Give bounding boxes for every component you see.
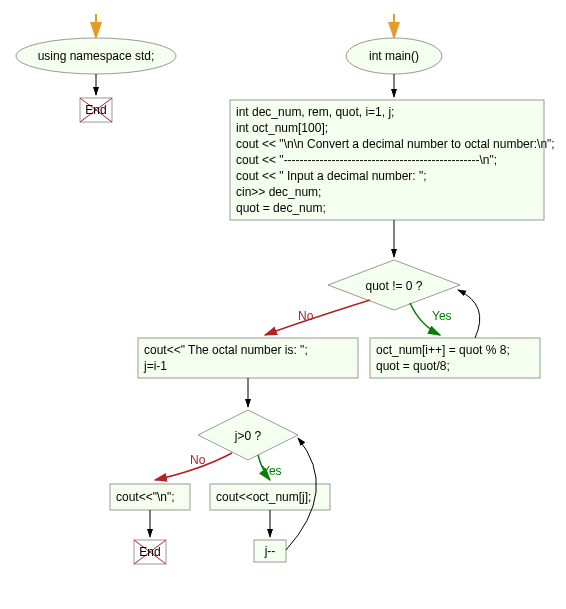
block1-l6: quot = dec_num; — [236, 201, 326, 215]
block1-l1: int oct_num[100]; — [236, 121, 328, 135]
arrow-yes1-loop — [458, 290, 480, 338]
block-yes1-l0: oct_num[i++] = quot % 8; — [376, 343, 510, 357]
decision1-text: quot != 0 ? — [365, 279, 422, 293]
end2-text: End — [139, 545, 160, 559]
jdec-text: j-- — [264, 544, 276, 558]
block-yes1-l1: quot = quot/8; — [376, 359, 450, 373]
block-yes2-text: cout<<oct_num[j]; — [216, 490, 311, 504]
block-no2-text: cout<<"\n"; — [116, 490, 175, 504]
end1-text: End — [85, 103, 106, 117]
block-no1-l1: j=i-1 — [143, 359, 167, 373]
arrow-dec1-no — [265, 300, 370, 335]
block1-l3: cout << "-------------------------------… — [236, 153, 497, 167]
block1-l4: cout << " Input a decimal number: "; — [236, 169, 427, 183]
block1-l0: int dec_num, rem, quot, i=1, j; — [236, 105, 394, 119]
decision2-text: j>0 ? — [234, 429, 262, 443]
block1-l2: cout << "\n\n Convert a decimal number t… — [236, 137, 555, 151]
dec2-no-label: No — [190, 453, 206, 467]
block-no1-l0: cout<<" The octal number is: "; — [144, 343, 308, 357]
block1-l5: cin>> dec_num; — [236, 185, 321, 199]
dec1-no-label: No — [298, 309, 314, 323]
dec2-yes-label: Yes — [262, 464, 282, 478]
dec1-yes-label: Yes — [432, 309, 452, 323]
main-text: int main() — [369, 49, 419, 63]
namespace-text: using namespace std; — [38, 49, 155, 63]
